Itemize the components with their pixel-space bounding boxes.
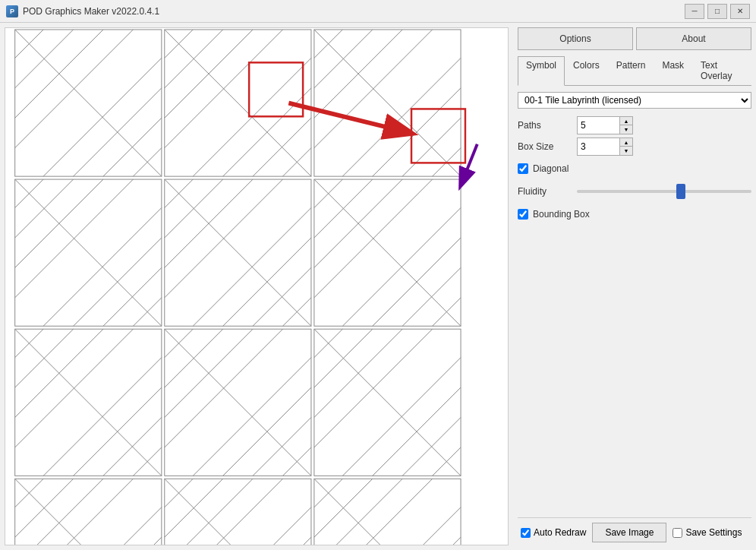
pattern-select[interactable]: 00-1 Tile Labyrinth (licensed) [518, 92, 751, 109]
boundingbox-row: Bounding Box [518, 209, 751, 220]
svg-rect-92 [15, 479, 162, 545]
svg-rect-102 [165, 479, 311, 545]
diagonal-label: Diagonal [533, 163, 569, 174]
title-bar: P POD Graphics Maker v2022.0.4.1 ─ □ ✕ [0, 0, 756, 23]
fields-area: Paths ▲ ▼ Box Size ▲ ▼ [518, 116, 751, 224]
tab-pattern[interactable]: Pattern [608, 56, 654, 85]
tab-colors[interactable]: Colors [565, 56, 608, 85]
window-controls: ─ □ ✕ [685, 4, 750, 19]
window-title: POD Graphics Maker v2022.0.4.1 [23, 6, 685, 17]
svg-line-125 [461, 144, 477, 185]
diagonal-row: Diagonal [518, 163, 751, 174]
save-settings-label: Save Settings [685, 527, 742, 538]
about-button[interactable]: About [636, 27, 751, 50]
boxsize-down-button[interactable]: ▼ [620, 147, 632, 155]
dropdown-row: 00-1 Tile Labyrinth (licensed) [518, 92, 751, 109]
paths-row: Paths ▲ ▼ [518, 116, 751, 134]
paths-arrows: ▲ ▼ [619, 117, 632, 134]
tab-mask[interactable]: Mask [654, 56, 692, 85]
boxsize-spinner[interactable]: ▲ ▼ [577, 138, 633, 156]
fluidity-track [577, 185, 751, 198]
paths-spinner[interactable]: ▲ ▼ [577, 116, 633, 134]
pattern-canvas [5, 28, 508, 545]
diagonal-checkbox[interactable] [518, 163, 528, 174]
boxsize-arrows: ▲ ▼ [619, 138, 632, 155]
maximize-button[interactable]: □ [707, 4, 727, 19]
main-container: Options About Symbol Colors Pattern Mask… [0, 23, 756, 550]
canvas-area [5, 27, 509, 545]
tab-text-overlay[interactable]: Text Overlay [692, 56, 751, 85]
minimize-button[interactable]: ─ [685, 4, 704, 19]
boxsize-row: Box Size ▲ ▼ [518, 138, 751, 156]
save-image-button[interactable]: Save Image [592, 523, 666, 542]
tabs-row: Symbol Colors Pattern Mask Text Overlay [518, 56, 751, 86]
auto-redraw-checkbox[interactable] [521, 528, 531, 538]
paths-up-button[interactable]: ▲ [620, 117, 632, 125]
boxsize-up-button[interactable]: ▲ [620, 138, 632, 147]
auto-redraw-group: Auto Redraw [521, 527, 586, 538]
fluidity-row: Fluidity [518, 185, 751, 198]
svg-rect-112 [314, 479, 461, 545]
auto-redraw-label: Auto Redraw [534, 527, 586, 538]
save-settings-checkbox[interactable] [673, 528, 682, 538]
options-button[interactable]: Options [518, 27, 633, 50]
top-buttons: Options About [518, 27, 751, 50]
paths-label: Paths [518, 120, 571, 131]
paths-input[interactable] [578, 117, 619, 134]
save-settings-group: Save Settings [673, 527, 742, 538]
tab-symbol[interactable]: Symbol [518, 56, 565, 86]
app-icon: P [6, 5, 18, 17]
boxsize-input[interactable] [578, 138, 619, 155]
paths-down-button[interactable]: ▼ [620, 125, 632, 134]
fluidity-slider[interactable] [577, 190, 751, 193]
close-button[interactable]: ✕ [730, 4, 750, 19]
right-panel: Options About Symbol Colors Pattern Mask… [513, 23, 756, 550]
boxsize-label: Box Size [518, 141, 571, 152]
bounding-box-label: Bounding Box [533, 209, 590, 220]
fluidity-label: Fluidity [518, 186, 571, 197]
bottom-bar: Auto Redraw Save Image Save Settings [518, 517, 751, 545]
bounding-box-checkbox[interactable] [518, 209, 528, 220]
